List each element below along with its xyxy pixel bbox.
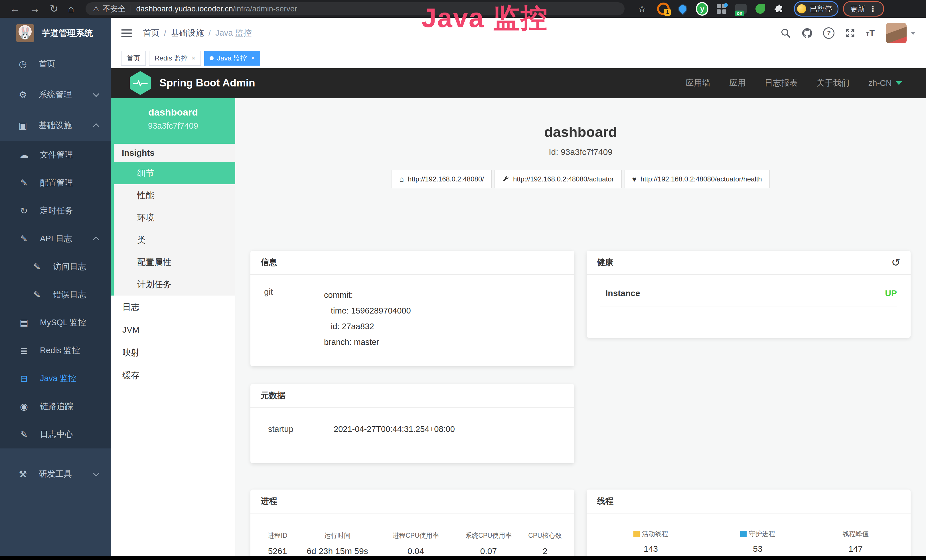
sidebar-item-system[interactable]: 系统管理 bbox=[0, 79, 111, 110]
extension-pin-icon[interactable] bbox=[676, 3, 689, 15]
close-icon[interactable]: × bbox=[251, 51, 255, 65]
legend-daemon-threads: 守护进程 53 bbox=[707, 530, 809, 554]
health-url-button[interactable]: ♥ http://192.168.0.2:48080/actuator/heal… bbox=[625, 170, 770, 188]
chevron-up-icon bbox=[93, 123, 100, 130]
log-icon bbox=[19, 429, 29, 440]
extension-y-icon[interactable]: y bbox=[696, 3, 708, 15]
sba-logo-icon[interactable] bbox=[130, 71, 151, 95]
bookmark-star-icon[interactable]: ☆ bbox=[638, 3, 646, 15]
leaf-icon bbox=[755, 4, 765, 14]
sba-item-details[interactable]: 细节 bbox=[114, 162, 235, 184]
actuator-url-button[interactable]: http://192.168.0.2:48080/actuator bbox=[495, 170, 622, 188]
eye-icon bbox=[19, 401, 29, 412]
close-icon[interactable]: × bbox=[192, 51, 195, 65]
tab-home[interactable]: 首页 bbox=[121, 51, 146, 66]
sba-language-selector[interactable]: zh-CN bbox=[869, 79, 906, 88]
extension-grid-icon[interactable] bbox=[715, 3, 728, 15]
sba-main: dashboard Id: 93a3fc7f7409 ⌂ http://192.… bbox=[235, 98, 926, 560]
layers-icon bbox=[19, 345, 29, 356]
extensions-puzzle-icon[interactable] bbox=[773, 3, 786, 15]
sidebar-item-redis-monitor[interactable]: Redis 监控 bbox=[0, 337, 111, 365]
git-row: git commit: time: 1596289704000 id: 27aa… bbox=[250, 275, 574, 350]
sba-item-logs[interactable]: 日志 bbox=[111, 295, 235, 318]
back-icon[interactable]: ← bbox=[10, 0, 20, 18]
sidebar-item-mysql-monitor[interactable]: MySQL 监控 bbox=[0, 309, 111, 337]
sidebar-item-dev-tools[interactable]: 研发工具 bbox=[0, 459, 111, 490]
sba-brand-title[interactable]: Spring Boot Admin bbox=[159, 77, 255, 89]
process-card: 进程 进程ID 5261 运行时间 6d 23h 15m 59s 进程CPU使用… bbox=[250, 490, 574, 560]
extension-leaf-icon[interactable] bbox=[754, 3, 767, 15]
avatar-caret-icon[interactable] bbox=[911, 32, 916, 35]
sidebar-item-java-monitor[interactable]: Java 监控 bbox=[0, 365, 111, 392]
java-monitor-icon bbox=[19, 373, 29, 384]
update-button[interactable]: 更新 ⋮ bbox=[843, 1, 884, 17]
sidebar-item-api-log[interactable]: API 日志 bbox=[0, 225, 111, 253]
sidebar-item-access-log[interactable]: 访问日志 bbox=[0, 253, 111, 281]
breadcrumb-infrastructure[interactable]: 基础设施 bbox=[171, 27, 204, 39]
sba-nav-about[interactable]: 关于我们 bbox=[817, 77, 850, 89]
infrastructure-submenu: 文件管理 配置管理 定时任务 API 日志 访问日志 错误日志 bbox=[0, 141, 111, 448]
history-icon[interactable]: ↺ bbox=[891, 256, 900, 269]
extension-sync-icon[interactable]: 1 bbox=[657, 3, 670, 15]
schedule-icon bbox=[19, 206, 29, 216]
reload-icon[interactable]: ↻ bbox=[50, 0, 58, 18]
browser-toolbar-right: ☆ 1 y on 已暂停 bbox=[635, 1, 884, 17]
sidebar-logo[interactable]: 🐰 芋道管理系统 bbox=[0, 18, 111, 48]
github-icon[interactable] bbox=[801, 27, 813, 39]
status-badge: UP bbox=[885, 288, 897, 298]
url-host: dashboard.yudao.iocoder.cn bbox=[136, 5, 233, 14]
on-badge: on bbox=[735, 11, 744, 16]
home-icon[interactable]: ⌂ bbox=[68, 0, 74, 18]
help-icon[interactable]: ? bbox=[823, 27, 834, 39]
info-card-title: 信息 bbox=[261, 257, 277, 268]
sidebar-item-scheduled-tasks[interactable]: 定时任务 bbox=[0, 197, 111, 225]
sba-item-classes[interactable]: 类 bbox=[114, 229, 235, 251]
brand-title: 芋道管理系统 bbox=[42, 27, 93, 39]
process-col-pid: 进程ID 5261 bbox=[259, 531, 296, 556]
sba-item-scheduled[interactable]: 计划任务 bbox=[114, 273, 235, 295]
sba-item-caches[interactable]: 缓存 bbox=[111, 364, 235, 387]
sidebar-item-log-center[interactable]: 日志中心 bbox=[0, 421, 111, 448]
sba-nav-wallboard[interactable]: 应用墙 bbox=[685, 77, 710, 89]
sba-item-environment[interactable]: 环境 bbox=[114, 207, 235, 229]
threads-card-title: 线程 bbox=[597, 495, 613, 507]
hamburger-icon[interactable] bbox=[121, 29, 132, 37]
sba-item-mappings[interactable]: 映射 bbox=[111, 341, 235, 364]
git-label: git bbox=[264, 287, 324, 350]
legend-live-threads: 活动线程 143 bbox=[595, 530, 707, 554]
extension-switch-icon[interactable]: on bbox=[735, 3, 747, 15]
admin-sidebar: 🐰 芋道管理系统 首页 系统管理 基础设施 文件管理 配置管理 bbox=[0, 18, 111, 557]
tab-java-monitor[interactable]: Java 监控 × bbox=[204, 51, 260, 66]
sba-item-jvm[interactable]: JVM bbox=[111, 318, 235, 341]
process-table: 进程ID 5261 运行时间 6d 23h 15m 59s 进程CPU使用率 0… bbox=[250, 513, 574, 556]
sidebar-item-config-mgmt[interactable]: 配置管理 bbox=[0, 169, 111, 197]
not-secure-icon: ⚠ bbox=[93, 5, 99, 13]
sba-item-metrics[interactable]: 性能 bbox=[114, 184, 235, 207]
user-avatar[interactable] bbox=[886, 23, 906, 43]
threads-legend: 活动线程 143 守护进程 53 线程峰值 147 bbox=[587, 513, 911, 554]
sba-item-config-props[interactable]: 配置属性 bbox=[114, 251, 235, 273]
sidebar-item-home[interactable]: 首页 bbox=[0, 48, 111, 79]
sba-instance-id: 93a3fc7f7409 bbox=[111, 121, 235, 131]
tab-redis-monitor[interactable]: Redis 监控 × bbox=[149, 51, 201, 66]
breadcrumb-home[interactable]: 首页 bbox=[143, 27, 159, 39]
sidebar-item-tracing[interactable]: 链路追踪 bbox=[0, 392, 111, 421]
service-url-button[interactable]: ⌂ http://192.168.0.2:48080/ bbox=[392, 170, 492, 188]
search-icon[interactable] bbox=[780, 28, 791, 38]
paused-chip[interactable]: 已暂停 bbox=[794, 1, 838, 17]
browser-menu-icon[interactable]: ⋮ bbox=[869, 6, 876, 12]
sidebar-item-error-log[interactable]: 错误日志 bbox=[0, 281, 111, 309]
spring-boot-admin-frame: Spring Boot Admin 应用墙 应用 日志报表 关于我们 zh-CN… bbox=[111, 68, 926, 560]
cloud-upload-icon bbox=[19, 150, 29, 160]
sba-instance-header[interactable]: dashboard 93a3fc7f7409 bbox=[111, 98, 235, 144]
instance-health-row[interactable]: Instance UP bbox=[587, 275, 911, 298]
forward-icon[interactable]: → bbox=[30, 0, 40, 18]
puzzle-icon bbox=[775, 4, 785, 14]
instance-id-line: Id: 93a3fc7f7409 bbox=[235, 147, 926, 157]
sidebar-item-file-mgmt[interactable]: 文件管理 bbox=[0, 141, 111, 169]
sba-nav-applications[interactable]: 应用 bbox=[729, 77, 746, 89]
font-size-icon[interactable]: тT bbox=[866, 28, 875, 38]
sidebar-item-infrastructure[interactable]: 基础设施 bbox=[0, 110, 111, 141]
sba-nav-journal[interactable]: 日志报表 bbox=[764, 77, 798, 89]
fullscreen-icon[interactable] bbox=[845, 28, 856, 38]
